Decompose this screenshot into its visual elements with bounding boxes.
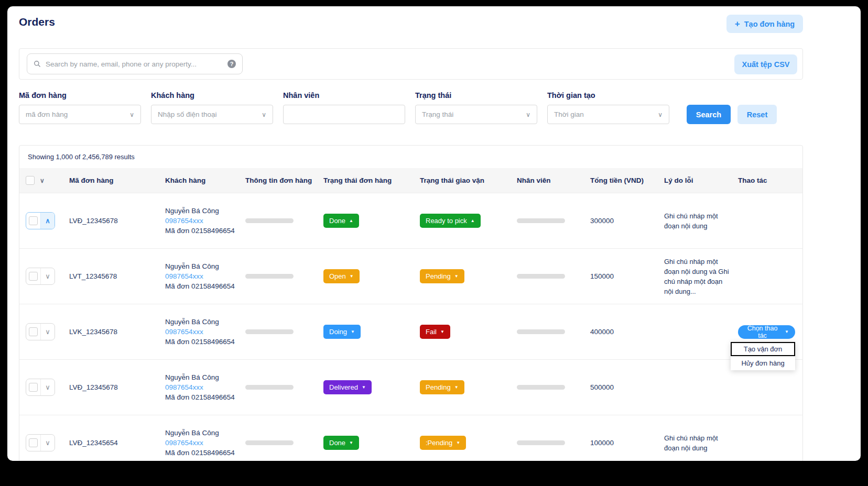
select-all-checkbox[interactable] <box>26 176 35 185</box>
order-info-skeleton <box>245 218 294 223</box>
search-panel: ? Xuất tệp CSV <box>19 48 803 80</box>
create-order-label: Tạo đơn hàng <box>744 20 795 28</box>
chevron-down-icon[interactable]: ∨ <box>40 268 55 284</box>
filter-created-time-select[interactable]: Thời gian ∨ <box>547 105 669 124</box>
row-select-expand-control[interactable]: ∨ <box>26 268 55 285</box>
customer-phone-link[interactable]: 0987654xxx <box>165 384 203 391</box>
staff-skeleton <box>517 218 565 223</box>
row-select-expand-control[interactable]: ∨ <box>26 379 55 396</box>
filter-order-id-placeholder: mã đơn hàng <box>26 111 129 118</box>
customer-order-code: Mã đơn 02158496654 <box>165 283 235 290</box>
col-total: Tổng tiền (VND) <box>590 176 664 184</box>
chevron-down-icon: ∨ <box>658 111 663 118</box>
staff-skeleton <box>517 274 565 279</box>
global-search-input[interactable] <box>46 60 223 68</box>
order-status-badge[interactable]: Open▼ <box>323 269 360 283</box>
order-id: LVK_12345678 <box>69 328 165 336</box>
menu-item-cancel-order[interactable]: Hủy đơn hàng <box>731 356 795 370</box>
customer-phone-link[interactable]: 0987654xxx <box>165 217 203 225</box>
search-button[interactable]: Search <box>687 105 731 124</box>
order-total: 100000 <box>590 439 664 447</box>
order-info-skeleton <box>245 329 294 334</box>
chevron-down-icon[interactable]: ∨ <box>40 435 55 451</box>
customer-phone-link[interactable]: 0987654xxx <box>165 273 203 280</box>
menu-item-create-shipment[interactable]: Tạo vận đơn <box>731 342 795 356</box>
caret-down-icon: ▼ <box>351 329 355 334</box>
choose-action-button[interactable]: Chọn thao tác ▼ <box>738 325 795 339</box>
orders-page: Orders + Tạo đơn hàng ? Xuất tệp CSV Mã … <box>7 6 861 461</box>
row-select-expand-control[interactable]: ∨ <box>26 434 55 451</box>
order-id: LVĐ_12345654 <box>69 439 165 447</box>
caret-up-icon: ▲ <box>349 218 353 223</box>
select-all-control[interactable]: ∨ <box>19 176 69 185</box>
filter-created-time-label: Thời gian tạo <box>547 91 669 100</box>
table-row: ∨ LVĐ_12345654 Nguyễn Bá Công 0987654xxx… <box>19 415 802 461</box>
customer-name: Nguyễn Bá Công <box>165 374 219 381</box>
filter-customer: Khách hàng Nhập số điện thoại ∨ <box>151 91 273 124</box>
col-staff: Nhân viên <box>517 176 590 184</box>
col-order-info: Thông tin đơn hàng <box>245 176 323 184</box>
col-shipping-status: Trạng thái giao vận <box>420 176 517 184</box>
caret-up-icon: ▲ <box>471 218 475 223</box>
create-order-button[interactable]: + Tạo đơn hàng <box>726 15 803 33</box>
row-checkbox[interactable] <box>26 379 40 395</box>
order-status-badge[interactable]: Done▼ <box>323 436 359 450</box>
caret-down-icon: ▼ <box>350 274 354 279</box>
page-title: Orders <box>19 16 55 28</box>
order-info-skeleton <box>245 440 294 445</box>
order-status-badge[interactable]: Done▲ <box>323 214 359 228</box>
row-checkbox[interactable] <box>26 268 40 284</box>
filter-customer-label: Khách hàng <box>151 91 273 100</box>
filter-order-id: Mã đơn hàng mã đơn hàng ∨ <box>19 91 141 124</box>
col-customer: Khách hàng <box>165 176 245 184</box>
customer-phone-link[interactable]: 0987654xxx <box>165 328 203 336</box>
chevron-down-icon[interactable]: ∨ <box>40 324 55 340</box>
shipping-status-badge[interactable]: Ready to pick▲ <box>420 214 481 228</box>
chevron-up-icon[interactable]: ∧ <box>40 213 55 229</box>
caret-down-icon: ▼ <box>440 329 444 334</box>
caret-down-icon: ▼ <box>456 440 460 445</box>
shipping-status-badge[interactable]: Pending▼ <box>420 380 464 394</box>
staff-skeleton <box>517 329 565 334</box>
help-icon[interactable]: ? <box>227 60 236 68</box>
order-total: 500000 <box>590 383 664 391</box>
col-order-id: Mã đơn hàng <box>69 176 165 184</box>
chevron-down-icon: ∨ <box>526 111 530 118</box>
chevron-down-icon[interactable]: ∨ <box>40 379 55 395</box>
customer-phone-link[interactable]: 0987654xxx <box>165 439 203 447</box>
filter-created-time: Thời gian tạo Thời gian ∨ <box>547 91 669 124</box>
filter-order-id-select[interactable]: mã đơn hàng ∨ <box>19 105 141 124</box>
row-select-expand-control[interactable]: ∨ <box>26 323 55 340</box>
row-select-expand-control[interactable]: ∧ <box>26 212 55 229</box>
caret-down-icon: ▼ <box>785 329 789 334</box>
filter-status-placeholder: Trạng thái <box>422 111 526 118</box>
order-status-badge[interactable]: Delivered▼ <box>323 380 372 394</box>
caret-down-icon: ▼ <box>454 274 459 279</box>
filter-status-select[interactable]: Trạng thái ∨ <box>415 105 537 124</box>
customer-order-code: Mã đơn 02158496654 <box>165 338 235 346</box>
global-search-box: ? <box>27 53 243 74</box>
row-checkbox[interactable] <box>26 435 40 451</box>
order-id: LVĐ_12345678 <box>69 383 165 391</box>
chevron-down-icon: ∨ <box>262 111 266 118</box>
customer-name: Nguyễn Bá Công <box>165 429 219 437</box>
customer-name: Nguyễn Bá Công <box>165 318 219 326</box>
error-note: Ghi chú nháp một đoạn nội dung <box>664 211 738 231</box>
filter-staff-input[interactable] <box>290 111 398 118</box>
shipping-status-badge[interactable]: Pending▼ <box>420 269 464 283</box>
error-note: Ghi chú nháp một đoạn nội dung <box>664 433 738 453</box>
filter-created-time-placeholder: Thời gian <box>554 111 658 118</box>
export-csv-button[interactable]: Xuất tệp CSV <box>734 54 797 74</box>
reset-button[interactable]: Reset <box>737 105 777 124</box>
row-checkbox[interactable] <box>26 213 40 229</box>
caret-down-icon: ▼ <box>454 385 459 390</box>
filter-order-id-label: Mã đơn hàng <box>19 91 141 100</box>
shipping-status-badge[interactable]: Fail▼ <box>420 325 450 339</box>
row-checkbox[interactable] <box>26 324 40 340</box>
col-order-status: Trạng thái đơn hàng <box>323 176 420 184</box>
order-status-badge[interactable]: Doing▼ <box>323 325 361 339</box>
filter-customer-select[interactable]: Nhập số điện thoại ∨ <box>151 105 273 124</box>
shipping-status-badge[interactable]: :Pending▼ <box>420 436 466 450</box>
table-row: ∨ LVĐ_12345678 Nguyễn Bá Công 0987654xxx… <box>19 359 802 415</box>
table-row: ∨ LVK_12345678 Nguyễn Bá Công 0987654xxx… <box>19 304 802 359</box>
